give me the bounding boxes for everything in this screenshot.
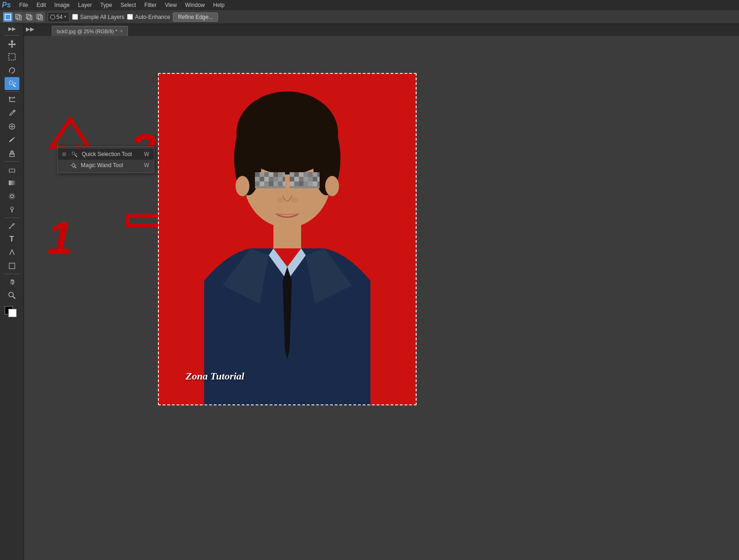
- menu-image[interactable]: Image: [51, 1, 73, 9]
- menu-select[interactable]: Select: [117, 1, 139, 9]
- panel-expand-btn[interactable]: ▶▶: [26, 26, 34, 32]
- svg-rect-83: [294, 181, 299, 186]
- svg-rect-73: [313, 172, 317, 177]
- intersect-selection-btn[interactable]: ×: [35, 12, 45, 22]
- svg-rect-48: [264, 172, 269, 177]
- svg-rect-63: [269, 181, 273, 186]
- document-tab[interactable]: bck0.jpg @ 25% (RGB/8) * ×: [52, 26, 128, 36]
- svg-rect-85: [303, 181, 308, 186]
- brush-mode-group: + − ×: [3, 12, 45, 22]
- svg-line-14: [13, 84, 15, 87]
- text-icon: T: [10, 235, 14, 243]
- quick-selection-tool-btn[interactable]: [5, 77, 19, 90]
- blur-tool-btn[interactable]: [5, 190, 19, 203]
- refine-edge-button[interactable]: Refine Edge...: [173, 12, 218, 22]
- svg-point-10: [50, 15, 55, 19]
- svg-rect-81: [317, 177, 320, 181]
- svg-point-92: [325, 176, 339, 196]
- svg-point-35: [9, 292, 13, 297]
- menu-file[interactable]: File: [16, 1, 32, 9]
- document-tab-close[interactable]: ×: [120, 29, 123, 34]
- new-selection-btn[interactable]: [3, 12, 13, 22]
- separator-5: [5, 274, 19, 274]
- dodge-tool-btn[interactable]: [5, 203, 19, 216]
- svg-rect-78: [303, 177, 308, 181]
- watermark-text: Zona Tutorial: [186, 370, 244, 382]
- svg-line-36: [13, 296, 15, 299]
- separator-1: [5, 35, 19, 36]
- svg-rect-82: [290, 181, 294, 186]
- shape-tool-btn[interactable]: [5, 259, 19, 272]
- menu-layer[interactable]: Layer: [74, 1, 96, 9]
- brush-tool-btn[interactable]: [5, 133, 19, 146]
- brush-size-value: 54: [56, 14, 62, 20]
- separator-3: [5, 161, 19, 162]
- subtract-selection-btn[interactable]: −: [24, 12, 34, 22]
- lasso-tool-btn[interactable]: [5, 64, 19, 77]
- menu-edit[interactable]: Edit: [33, 1, 50, 9]
- marquee-tool-btn[interactable]: [5, 50, 19, 63]
- menu-type[interactable]: Type: [97, 1, 116, 9]
- menu-help[interactable]: Help: [210, 1, 229, 9]
- svg-rect-46: [255, 172, 260, 177]
- path-selection-tool-btn[interactable]: [5, 246, 19, 259]
- add-selection-btn[interactable]: +: [13, 12, 24, 22]
- menu-window[interactable]: Window: [182, 1, 209, 9]
- brush-size-control[interactable]: 54 ▼: [48, 12, 69, 22]
- svg-rect-68: [290, 172, 294, 177]
- zoom-tool-btn[interactable]: [5, 289, 19, 302]
- healing-brush-tool-btn[interactable]: [5, 120, 19, 133]
- svg-rect-62: [264, 181, 269, 186]
- sample-all-layers-checkbox[interactable]: [72, 14, 78, 20]
- svg-rect-34: [9, 263, 15, 269]
- move-tool-btn[interactable]: [5, 37, 19, 50]
- svg-rect-55: [264, 177, 269, 181]
- pen-tool-btn[interactable]: [5, 219, 19, 232]
- separator-2: [5, 91, 19, 92]
- options-bar: + − × 54 ▼ Sample All Layers: [0, 10, 739, 24]
- svg-rect-59: [283, 177, 285, 181]
- svg-rect-53: [255, 177, 260, 181]
- text-tool-btn[interactable]: T: [5, 233, 19, 246]
- crop-tool-btn[interactable]: [5, 93, 19, 106]
- document-tab-name: bck0.jpg @ 25% (RGB/8) *: [57, 29, 117, 34]
- brush-size-dropdown-arrow[interactable]: ▼: [63, 15, 67, 19]
- svg-rect-57: [273, 177, 278, 181]
- svg-point-33: [9, 228, 10, 229]
- svg-rect-88: [317, 181, 320, 186]
- background-color[interactable]: [8, 309, 17, 317]
- eyedropper-tool-btn[interactable]: [5, 107, 19, 120]
- svg-rect-54: [260, 177, 264, 181]
- magic-wand-tool-item[interactable]: Magic Wand Tool W: [58, 160, 154, 171]
- svg-rect-72: [308, 172, 313, 177]
- photo-background: Zona Tutorial: [158, 73, 417, 405]
- stamp-tool-btn[interactable]: [5, 147, 19, 160]
- canvas-area: ▶▶ bck0.jpg @ 25% (RGB/8) * × 1: [24, 24, 739, 560]
- toolbar-expand[interactable]: ▶▶: [8, 26, 16, 32]
- photo-canvas: Zona Tutorial: [158, 73, 417, 405]
- ps-logo: Ps: [2, 1, 11, 9]
- auto-enhance-checkbox[interactable]: [127, 14, 133, 20]
- magic-wand-shortcut: W: [144, 162, 149, 169]
- menu-filter[interactable]: Filter: [140, 1, 160, 9]
- svg-rect-28: [9, 181, 15, 185]
- svg-rect-44: [273, 221, 301, 248]
- quick-selection-tool-item[interactable]: Quick Selection Tool W: [58, 149, 154, 160]
- svg-rect-79: [308, 177, 313, 181]
- svg-rect-75: [290, 177, 294, 181]
- eraser-tool-btn[interactable]: [5, 163, 19, 176]
- svg-rect-84: [299, 181, 303, 186]
- quick-selection-icon: [71, 151, 78, 158]
- gradient-tool-btn[interactable]: [5, 176, 19, 189]
- sample-all-layers-label: Sample All Layers: [72, 14, 124, 20]
- svg-text:×: ×: [40, 16, 42, 19]
- magic-wand-label: Magic Wand Tool: [81, 162, 123, 169]
- svg-point-90: [291, 197, 298, 203]
- menu-bar: Ps File Edit Image Layer Type Select Fil…: [0, 0, 739, 10]
- svg-marker-11: [8, 40, 16, 48]
- hand-tool-btn[interactable]: [5, 276, 19, 289]
- menu-view[interactable]: View: [161, 1, 181, 9]
- svg-rect-77: [299, 177, 303, 181]
- tab-bar: ▶▶ bck0.jpg @ 25% (RGB/8) * ×: [24, 24, 739, 36]
- svg-rect-76: [294, 177, 299, 181]
